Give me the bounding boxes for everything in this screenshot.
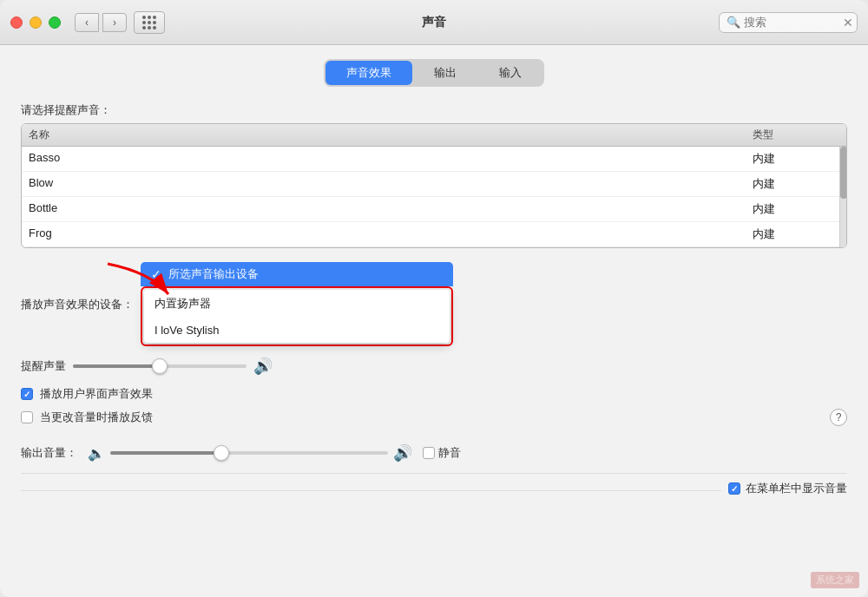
row-type-blow: 内建 (753, 176, 839, 192)
dropdown-selected[interactable]: ✓ 所选声音输出设备 (141, 262, 453, 286)
volume-high-icon: 🔊 (393, 443, 412, 463)
table-row[interactable]: Basso 内建 (22, 147, 846, 172)
tabs: 声音效果 输出 输入 (324, 59, 544, 87)
search-input[interactable] (744, 16, 839, 29)
watermark: 系统之家 (811, 572, 859, 588)
volume-label: 输出音量： (21, 445, 77, 461)
bottom-checkbox-row: 在菜单栏中显示音量 (728, 481, 847, 496)
device-dropdown[interactable]: ✓ 所选声音输出设备 内置扬声器 I loVe Stylish (141, 262, 453, 346)
grid-icon (142, 16, 156, 30)
menubar-volume-label: 在菜单栏中显示音量 (746, 481, 847, 496)
alert-row: 提醒声量 🔊 (21, 357, 847, 376)
minimize-button[interactable] (30, 16, 42, 29)
bottom-bar: 在菜单栏中显示音量 (21, 473, 847, 496)
sound-table: 名称 类型 Basso 内建 Blow 内建 Bottle 内建 Frog 内建 (21, 123, 847, 248)
volume-low-icon: 🔈 (88, 445, 105, 462)
dropdown-options: 内置扬声器 I loVe Stylish (144, 290, 450, 343)
tab-sound-effects[interactable]: 声音效果 (326, 61, 412, 85)
titlebar: ‹ › 声音 🔍 ✕ (0, 0, 868, 45)
row-type-basso: 内建 (753, 151, 839, 167)
col-header-name: 名称 (29, 128, 753, 142)
speaker-icon: 🔊 (253, 357, 273, 376)
device-label: 播放声音效果的设备： (21, 297, 134, 312)
checkbox-section: 播放用户界面声音效果 当更改音量时播放反馈 ? (21, 386, 847, 433)
table-header: 名称 类型 (22, 124, 846, 147)
row-name-frog: Frog (29, 226, 753, 242)
dropdown-selected-text: 所选声音输出设备 (168, 266, 259, 282)
dropdown-option-stylish[interactable]: I loVe Stylish (144, 318, 450, 343)
search-bar[interactable]: 🔍 ✕ (719, 12, 858, 33)
search-icon: 🔍 (727, 16, 740, 29)
scrollbar-thumb[interactable] (840, 147, 846, 199)
col-header-type: 类型 (753, 128, 839, 142)
checkbox-row-ui-sound: 播放用户界面声音效果 (21, 386, 847, 402)
table-body: Basso 内建 Blow 内建 Bottle 内建 Frog 内建 (22, 147, 846, 247)
tab-output[interactable]: 输出 (413, 61, 477, 85)
tabs-container: 声音效果 输出 输入 (21, 59, 847, 87)
row-name-bottle: Bottle (29, 201, 753, 217)
window-title: 声音 (422, 15, 446, 30)
nav-buttons: ‹ › (75, 13, 127, 32)
output-volume-slider[interactable] (110, 451, 388, 455)
mute-checkbox[interactable] (423, 447, 435, 459)
forward-button[interactable]: › (102, 13, 127, 32)
table-row[interactable]: Frog 内建 (22, 222, 846, 247)
menubar-volume-checkbox[interactable] (728, 482, 740, 495)
sound-list-label: 请选择提醒声音： (21, 102, 847, 118)
scrollbar-track[interactable] (839, 147, 846, 247)
checkbox-ui-sound[interactable] (21, 388, 33, 400)
row-name-blow: Blow (29, 176, 753, 192)
row-type-frog: 内建 (753, 226, 839, 242)
mute-label: 静音 (438, 445, 461, 461)
table-row[interactable]: Blow 内建 (22, 172, 846, 197)
row-name-basso: Basso (29, 151, 753, 167)
checkbox-feedback-label: 当更改音量时播放反馈 (40, 410, 153, 425)
table-row[interactable]: Bottle 内建 (22, 197, 846, 222)
app-grid-button[interactable] (134, 11, 165, 34)
checkmark-icon: ✓ (151, 267, 161, 281)
checkbox-feedback[interactable] (21, 411, 33, 423)
volume-row: 输出音量： 🔈 🔊 静音 (21, 443, 847, 463)
checkbox-ui-sound-label: 播放用户界面声音效果 (40, 386, 153, 402)
dropdown-options-highlight: 内置扬声器 I loVe Stylish (141, 286, 453, 346)
checkbox-row-feedback: 当更改音量时播放反馈 ? (21, 409, 847, 426)
search-clear-icon[interactable]: ✕ (843, 16, 853, 30)
help-button[interactable]: ? (830, 409, 847, 426)
traffic-lights (10, 16, 61, 29)
fullscreen-button[interactable] (49, 16, 61, 29)
close-button[interactable] (10, 16, 23, 29)
back-button[interactable]: ‹ (75, 13, 99, 32)
main-content: 声音效果 输出 输入 请选择提醒声音： 名称 类型 Basso 内建 Blow … (0, 45, 868, 597)
device-row: 播放声音效果的设备： ✓ 所选声音输出设备 内置扬声器 I loVe Styli… (21, 262, 847, 346)
mute-checkbox-row: 静音 (423, 445, 461, 461)
dropdown-option-builtin[interactable]: 内置扬声器 (144, 290, 450, 318)
row-type-bottle: 内建 (753, 201, 839, 217)
alert-label: 提醒声量 (21, 358, 66, 374)
tab-input[interactable]: 输入 (478, 61, 542, 85)
alert-volume-slider[interactable] (73, 364, 247, 368)
